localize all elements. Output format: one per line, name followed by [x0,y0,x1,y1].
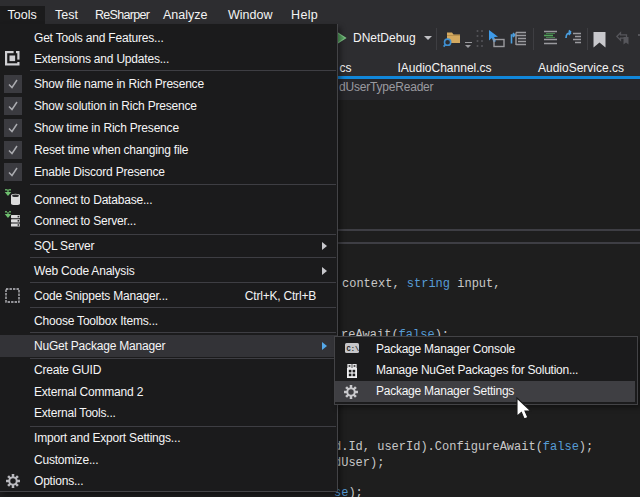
svg-text:C:\: C:\ [346,345,359,353]
